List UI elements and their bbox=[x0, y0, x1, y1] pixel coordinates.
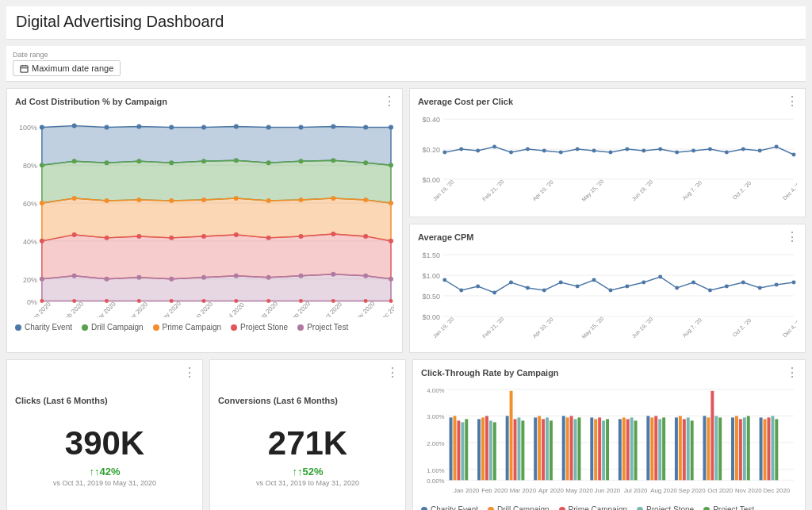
svg-text:$0.00: $0.00 bbox=[422, 313, 439, 321]
conversions-change: ↑52% bbox=[218, 466, 397, 477]
svg-point-52 bbox=[266, 198, 271, 203]
svg-point-62 bbox=[201, 234, 206, 239]
ctr-menu[interactable]: ⋮ bbox=[786, 366, 799, 379]
svg-point-111 bbox=[442, 151, 446, 155]
svg-point-41 bbox=[299, 159, 304, 163]
svg-point-37 bbox=[169, 160, 174, 165]
avg-cpc-card: Average Cost per Click ⋮ $0.40 $0.20 $0.… bbox=[409, 88, 806, 217]
date-range-button[interactable]: Maximum date range bbox=[13, 60, 121, 76]
avg-cpm-menu[interactable]: ⋮ bbox=[786, 231, 799, 243]
svg-rect-232 bbox=[687, 417, 690, 480]
svg-rect-194 bbox=[477, 419, 481, 480]
svg-point-86 bbox=[202, 299, 206, 303]
svg-text:2.00%: 2.00% bbox=[427, 440, 444, 447]
svg-point-90 bbox=[331, 299, 335, 303]
svg-point-115 bbox=[509, 151, 513, 155]
svg-rect-205 bbox=[538, 416, 541, 480]
svg-rect-210 bbox=[566, 417, 569, 480]
svg-rect-0 bbox=[21, 65, 28, 71]
conversions-value: 271K bbox=[218, 424, 397, 462]
svg-rect-235 bbox=[707, 417, 710, 480]
avg-cpc-menu[interactable]: ⋮ bbox=[786, 95, 799, 108]
svg-text:Jul 2020: Jul 2020 bbox=[624, 487, 648, 494]
svg-point-157 bbox=[576, 285, 580, 289]
svg-point-53 bbox=[299, 197, 304, 202]
svg-text:$1.00: $1.00 bbox=[422, 272, 439, 280]
svg-text:Jun 19, '20: Jun 19, '20 bbox=[631, 316, 654, 339]
svg-text:Nov 2020: Nov 2020 bbox=[735, 487, 762, 494]
svg-rect-234 bbox=[703, 416, 707, 480]
svg-point-67 bbox=[363, 234, 368, 239]
svg-point-150 bbox=[459, 289, 463, 293]
svg-point-73 bbox=[169, 277, 174, 282]
svg-point-30 bbox=[331, 124, 335, 128]
avg-cpm-card: Average CPM ⋮ $1.50 $1.00 $0.50 $0.00 bbox=[409, 224, 806, 353]
svg-rect-237 bbox=[714, 416, 718, 480]
svg-point-49 bbox=[169, 198, 174, 203]
clicks-menu[interactable]: ⋮ bbox=[183, 366, 196, 379]
svg-rect-227 bbox=[658, 419, 661, 480]
page-wrapper: Digital Advertising Dashboard Date range… bbox=[0, 0, 812, 510]
conversions-menu[interactable]: ⋮ bbox=[386, 366, 399, 379]
svg-point-125 bbox=[675, 151, 679, 155]
svg-point-114 bbox=[492, 145, 496, 149]
svg-rect-204 bbox=[534, 417, 537, 480]
clicks-title: Clicks (Last 6 Months) bbox=[15, 396, 194, 405]
svg-text:Aug 7, '20: Aug 7, '20 bbox=[681, 316, 703, 339]
svg-rect-197 bbox=[489, 420, 492, 480]
svg-rect-218 bbox=[606, 419, 609, 480]
svg-point-113 bbox=[476, 149, 480, 153]
svg-point-63 bbox=[234, 232, 239, 237]
svg-rect-221 bbox=[626, 419, 630, 480]
svg-text:3.00%: 3.00% bbox=[427, 413, 444, 420]
svg-point-80 bbox=[389, 277, 393, 282]
svg-rect-240 bbox=[735, 416, 738, 480]
svg-point-168 bbox=[758, 286, 762, 290]
svg-rect-244 bbox=[760, 417, 763, 480]
svg-point-69 bbox=[40, 277, 44, 282]
ad-cost-dist-menu[interactable]: ⋮ bbox=[383, 95, 396, 108]
svg-rect-209 bbox=[562, 416, 565, 480]
conversions-card: Conversions (Last 6 Months) ⋮ 271K ↑52% … bbox=[209, 359, 406, 510]
conversions-subtitle: vs Oct 31, 2019 to May 31, 2020 bbox=[218, 479, 397, 487]
svg-point-152 bbox=[492, 291, 496, 295]
svg-rect-198 bbox=[493, 422, 496, 480]
legend-charity-event: Charity Event bbox=[15, 323, 72, 332]
clicks-card: Clicks (Last 6 Months) ⋮ 390K ↑42% vs Oc… bbox=[6, 359, 203, 510]
svg-text:$0.40: $0.40 bbox=[422, 116, 439, 124]
svg-point-123 bbox=[642, 149, 645, 153]
svg-point-75 bbox=[234, 274, 239, 278]
svg-text:Feb 21, '20: Feb 21, '20 bbox=[481, 178, 505, 202]
right-col: Average Cost per Click ⋮ $0.40 $0.20 $0.… bbox=[409, 88, 806, 353]
svg-rect-193 bbox=[465, 419, 468, 480]
svg-point-153 bbox=[509, 281, 513, 285]
svg-point-66 bbox=[331, 232, 335, 236]
svg-point-24 bbox=[136, 124, 141, 128]
svg-point-55 bbox=[363, 197, 368, 202]
svg-rect-243 bbox=[747, 416, 750, 480]
bottom-row: Clicks (Last 6 Months) ⋮ 390K ↑42% vs Oc… bbox=[6, 359, 806, 510]
svg-point-162 bbox=[658, 275, 662, 279]
svg-rect-233 bbox=[691, 420, 694, 480]
svg-point-156 bbox=[559, 281, 563, 285]
ad-cost-dist-card: Ad Cost Distribution % by Campaign ⋮ 100… bbox=[6, 88, 403, 353]
svg-rect-238 bbox=[718, 417, 722, 480]
svg-point-121 bbox=[608, 151, 612, 155]
svg-point-57 bbox=[40, 239, 44, 243]
svg-point-87 bbox=[234, 299, 238, 303]
svg-point-59 bbox=[105, 236, 109, 240]
svg-text:Oct 2020: Oct 2020 bbox=[707, 487, 733, 494]
svg-point-45 bbox=[40, 201, 44, 205]
svg-rect-189 bbox=[450, 417, 453, 480]
svg-marker-16 bbox=[42, 125, 391, 165]
svg-text:Dec 2020: Dec 2020 bbox=[763, 487, 790, 494]
conversions-title: Conversions (Last 6 Months) bbox=[218, 396, 397, 405]
svg-rect-211 bbox=[570, 416, 573, 480]
svg-point-124 bbox=[658, 148, 662, 151]
svg-text:Oct 2020: Oct 2020 bbox=[320, 301, 344, 317]
svg-text:40%: 40% bbox=[23, 238, 37, 246]
svg-point-164 bbox=[691, 281, 695, 285]
svg-rect-215 bbox=[594, 419, 597, 480]
top-row: Ad Cost Distribution % by Campaign ⋮ 100… bbox=[6, 88, 806, 353]
svg-text:$0.00: $0.00 bbox=[422, 176, 439, 184]
